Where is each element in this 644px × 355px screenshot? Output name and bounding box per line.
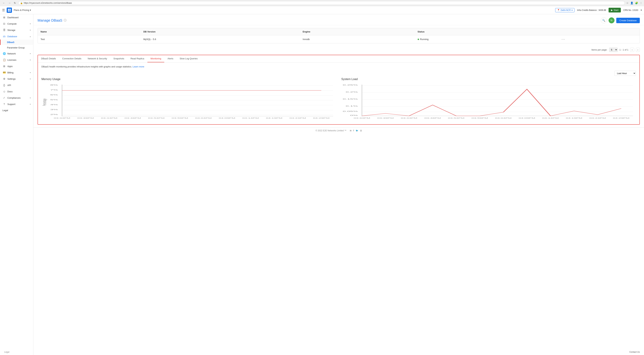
- extension-icon[interactable]: 🧩: [635, 2, 638, 5]
- help-icon[interactable]: ⓘ: [64, 19, 66, 22]
- svg-text:04:24PM: 04:24PM: [290, 117, 306, 119]
- contact-us-link[interactable]: Contact Us: [630, 351, 640, 353]
- svg-text:03:44PM: 03:44PM: [401, 117, 417, 119]
- sidebar-item-support[interactable]: ? Support ▾: [0, 101, 33, 107]
- app-topbar: ☰ Plans & Pricing ▾ 📍 Delhi-NCR ▾ Infra …: [0, 6, 644, 14]
- sidebar-item-compliances[interactable]: ✓ Compliances ▾: [0, 95, 33, 101]
- tab-alerts[interactable]: Alerts: [164, 55, 176, 62]
- facebook-icon[interactable]: f: [353, 129, 354, 132]
- col-status: Status: [415, 28, 559, 35]
- sidebar-item-licenses[interactable]: 📋 Licenses ▾: [0, 57, 33, 63]
- sidebar-item-settings[interactable]: ⚙ Settings ▾: [0, 76, 33, 82]
- tabs-row: DBaaS Details Connection Details Network…: [38, 55, 640, 63]
- svg-text:04:09PM: 04:09PM: [519, 117, 535, 119]
- content-area: Manage DBaaS ⓘ 🔍 ↻ Create Database Name …: [33, 14, 644, 355]
- sidebar-item-network[interactable]: 🌐 Network ▾: [0, 50, 33, 57]
- infra-credits-text: Infra Credits Balance : 3436.88: [577, 9, 606, 12]
- forward-button[interactable]: →: [7, 1, 12, 5]
- row-actions-menu[interactable]: ···: [562, 37, 565, 41]
- system-chart-svg: 0.25% 0.2% 0.15% 0.1% 0.05% 0%: [341, 83, 636, 122]
- next-page-button[interactable]: ›: [636, 48, 640, 52]
- time-range-select[interactable]: Last Hour Last 6 Hours Last 24 Hours: [614, 71, 636, 76]
- crn-text: CRN No. 13163: [623, 9, 638, 12]
- svg-rect-1: [10, 9, 11, 10]
- svg-text:2%: 2%: [50, 114, 58, 115]
- system-chart-container: System Load 0.25% 0.2% 0.15% 0.1% 0.05% …: [341, 78, 636, 122]
- sidebar-item-dbaas[interactable]: DBaaS: [0, 40, 33, 45]
- sidebar-item-apps[interactable]: ⊞ Apps: [0, 63, 33, 69]
- billing-icon: 💳: [2, 71, 6, 74]
- plans-pricing-dropdown[interactable]: Plans & Pricing ▾: [14, 9, 31, 12]
- sidebar-item-label: API: [7, 84, 31, 87]
- tab-connection-details[interactable]: Connection Details: [59, 55, 84, 62]
- topbar-right: 📍 Delhi-NCR ▾ Infra Credits Balance : 34…: [555, 8, 642, 13]
- sidebar-legal[interactable]: Legal: [0, 107, 33, 113]
- db-actions-cell[interactable]: ···: [559, 35, 640, 43]
- sidebar-item-label: Settings: [7, 78, 28, 80]
- crn-chevron-icon[interactable]: ▾: [641, 9, 642, 12]
- sidebar-item-billing[interactable]: 💳 Billing ▾: [0, 69, 33, 76]
- refresh-button[interactable]: ↻: [608, 17, 614, 23]
- pagination-range: 1 - 1 of 1: [620, 49, 628, 51]
- svg-text:03:48PM: 03:48PM: [424, 117, 441, 119]
- svg-text:0.15%: 0.15%: [343, 98, 358, 100]
- apps-icon: ⊞: [2, 65, 6, 68]
- tab-monitoring[interactable]: Monitoring: [148, 55, 164, 62]
- twitter-icon[interactable]: 🐦: [356, 129, 358, 132]
- page-footer: Legal © 2022 E2E Networks Limited ™ in f…: [33, 127, 644, 134]
- menu-icon[interactable]: ⋮: [640, 2, 642, 5]
- svg-text:04:04PM: 04:04PM: [495, 117, 512, 119]
- sidebar-item-docs[interactable]: ◇ Docs: [0, 88, 33, 95]
- sidebar: ⊞ Dashboard ⊡ Compute ▾ 🗄 Storage ▾ 🗃 Da…: [0, 14, 33, 355]
- tab-dbaas-details[interactable]: DBaaS Details: [38, 55, 59, 62]
- sidebar-item-label: Support: [7, 103, 28, 106]
- svg-text:0.2%: 0.2%: [346, 91, 358, 93]
- sidebar-item-api[interactable]: {} API: [0, 82, 33, 88]
- docs-icon: ◇: [2, 90, 6, 93]
- hamburger-icon[interactable]: ☰: [2, 8, 5, 12]
- svg-text:03:59PM: 03:59PM: [172, 117, 188, 119]
- sidebar-item-label: Docs: [7, 90, 31, 93]
- bookmark-icon[interactable]: ☆: [626, 2, 628, 5]
- browser-bar: ← → ↻ 🔒 https://myaccount.e2enetworks.co…: [0, 0, 644, 6]
- url-bar[interactable]: 🔒 https://myaccount.e2enetworks.com/serv…: [18, 1, 625, 5]
- storage-icon: 🗄: [2, 29, 6, 32]
- sidebar-item-database[interactable]: 🗃 Database ▴: [0, 33, 33, 40]
- items-per-page-select[interactable]: 5 10 20: [609, 48, 618, 52]
- tab-snapshots[interactable]: Snapshots: [110, 55, 127, 62]
- prev-page-button[interactable]: ‹: [630, 48, 634, 52]
- tab-network-security[interactable]: Network & Security: [84, 55, 110, 62]
- start-button[interactable]: ▶ Start: [608, 8, 621, 13]
- tab-slow-log-queries[interactable]: Slow Log Queries: [176, 55, 201, 62]
- reload-button[interactable]: ↻: [13, 1, 17, 5]
- sidebar-item-dashboard[interactable]: ⊞ Dashboard: [0, 14, 33, 21]
- back-button[interactable]: ←: [2, 1, 6, 5]
- col-actions: [559, 28, 640, 35]
- profile-icon[interactable]: 👤: [630, 2, 633, 5]
- location-label: Delhi-NCR: [561, 9, 571, 12]
- svg-text:03:39PM: 03:39PM: [377, 117, 394, 119]
- sidebar-item-label: Database: [7, 35, 28, 38]
- svg-text:04:14PM: 04:14PM: [242, 117, 259, 119]
- sidebar-item-compute[interactable]: ⊡ Compute ▾: [0, 21, 33, 27]
- sidebar-item-storage[interactable]: 🗄 Storage ▾: [0, 27, 33, 33]
- svg-text:04:04PM: 04:04PM: [195, 117, 212, 119]
- chevron-down-icon: ▾: [30, 72, 31, 74]
- db-version-cell: MySQL - 5.6: [140, 35, 300, 43]
- learn-more-link[interactable]: Learn more: [133, 65, 144, 68]
- page-title-row: Manage DBaaS ⓘ: [38, 19, 66, 23]
- plans-pricing-label: Plans & Pricing: [14, 9, 29, 12]
- location-dropdown[interactable]: 📍 Delhi-NCR ▾: [555, 8, 574, 12]
- create-database-button[interactable]: Create Database: [616, 18, 640, 23]
- svg-text:0.05%: 0.05%: [343, 110, 358, 112]
- search-button[interactable]: 🔍: [601, 17, 607, 23]
- sidebar-item-label: Compute: [7, 23, 28, 25]
- linkedin-icon[interactable]: in: [350, 129, 352, 132]
- monitoring-header: Last Hour Last 6 Hours Last 24 Hours: [42, 71, 636, 76]
- dashboard-icon: ⊞: [2, 16, 6, 19]
- rss-icon[interactable]: ⊡: [360, 129, 362, 132]
- copyright-text: © 2022 E2E Networks Limited ™: [316, 129, 346, 132]
- tab-read-replica[interactable]: Read Replica: [128, 55, 148, 62]
- header-actions: 🔍 ↻ Create Database: [601, 17, 640, 23]
- sidebar-item-parameter-group[interactable]: Parameter Group: [0, 45, 33, 50]
